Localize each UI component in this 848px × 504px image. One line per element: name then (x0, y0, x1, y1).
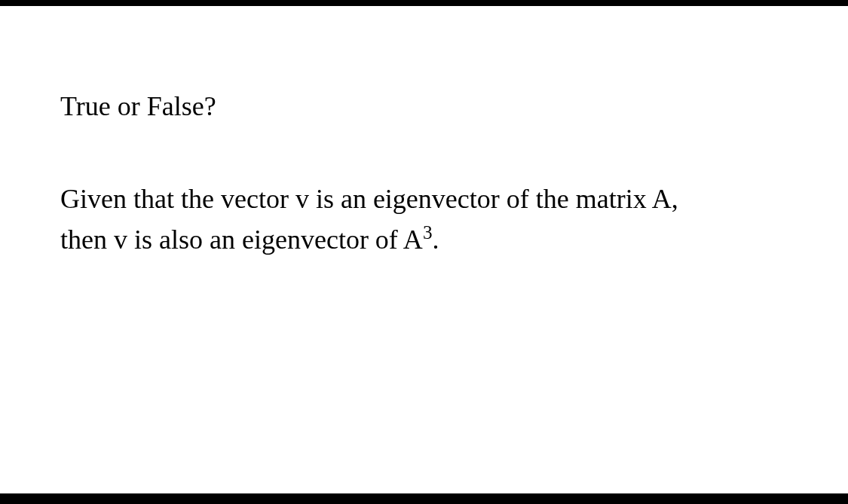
question-line2-prefix: then v is also an eigenvector of A (60, 225, 423, 255)
question-line1: Given that the vector v is an eigenvecto… (60, 184, 678, 214)
top-border (0, 0, 848, 6)
question-content: True or False? Given that the vector v i… (0, 0, 848, 260)
question-header: True or False? (60, 90, 788, 122)
question-body: Given that the vector v is an eigenvecto… (60, 179, 788, 260)
question-line2-suffix: . (432, 225, 439, 255)
exponent: 3 (423, 222, 433, 243)
bottom-border (0, 493, 848, 504)
